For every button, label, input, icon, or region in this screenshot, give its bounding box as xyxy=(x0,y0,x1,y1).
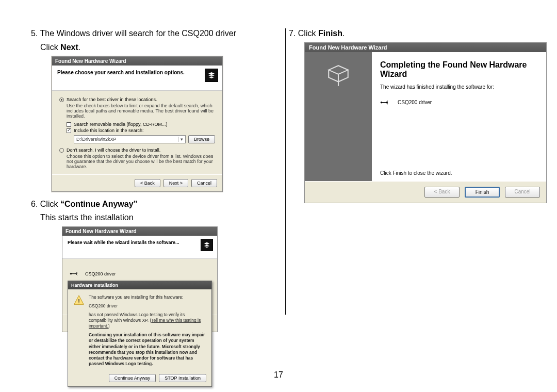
instr5-dot: . xyxy=(78,43,80,52)
radio-dont-search[interactable]: Don't search. I will choose the driver t… xyxy=(59,148,215,153)
radio-dot-icon xyxy=(59,97,64,102)
instr5-text-a: 5. The Windows driver will search for th… xyxy=(31,29,236,38)
finish-button[interactable]: Finish xyxy=(465,187,500,198)
screenshot-6: Found New Hardware Wizard Please wait wh… xyxy=(62,226,268,371)
wizard3-titlebar: Found New Hardware Wizard xyxy=(305,43,546,52)
radio-search-best[interactable]: Search for the best driver in these loca… xyxy=(59,97,215,102)
radio2-label: Don't search. I will choose the driver t… xyxy=(67,148,160,153)
instr7-dot: . xyxy=(342,29,345,38)
svg-point-0 xyxy=(70,273,71,274)
check-include-location[interactable]: Include this location in the search: xyxy=(67,128,215,133)
instr7-bold: Finish xyxy=(318,29,342,38)
instruction-7: 7. Click Finish. xyxy=(289,28,526,39)
svg-text:!: ! xyxy=(78,298,80,304)
popup-body: ! The software you are installing for th… xyxy=(68,289,211,371)
instr6-bold: “Continue Anyway” xyxy=(60,200,138,208)
checkbox-icon xyxy=(67,122,71,127)
popup-text: The software you are installing for this… xyxy=(89,295,206,367)
left-column: 5. The Windows driver will search for th… xyxy=(31,28,268,371)
svg-point-2 xyxy=(381,102,382,103)
screenshot-7: Found New Hardware Wizard Completing the… xyxy=(304,42,526,203)
instr5-click: Click xyxy=(40,43,60,52)
popup-l2b: ) xyxy=(108,323,110,329)
popup-dev: CSQ200 driver xyxy=(89,303,206,309)
wizard3-heading: Completing the Found New Hardware Wizard xyxy=(380,60,538,79)
wizard3-line: The wizard has finished installing the s… xyxy=(380,84,538,90)
wizard3-right: Completing the Found New Hardware Wizard… xyxy=(372,52,546,181)
wizard3-left-graphic xyxy=(305,52,372,181)
path-row: D:\Drivers\win2kXP ▾ Browse xyxy=(74,135,215,143)
popup-bold: Continuing your installation of this sof… xyxy=(89,332,206,366)
path-value: D:\Drivers\win2kXP xyxy=(76,137,117,142)
device-name: CSQ200 driver xyxy=(398,100,432,105)
usb-icon xyxy=(70,270,80,277)
wizard1-panel-title: Please choose your search and installati… xyxy=(57,70,217,75)
check2-label: Include this location in the search: xyxy=(74,128,144,133)
wizard-complete: Found New Hardware Wizard Completing the… xyxy=(304,42,547,203)
instr5-bold: Next xyxy=(60,43,78,52)
wizard2-titlebar: Found New Hardware Wizard xyxy=(62,227,217,236)
browse-button[interactable]: Browse xyxy=(188,135,215,143)
wizard1-body: Search for the best driver in these loca… xyxy=(52,91,222,174)
instruction-6b: This starts the installation xyxy=(40,213,268,223)
cancel-button[interactable]: Cancel xyxy=(191,179,217,187)
radio1-label: Search for the best driver in these loca… xyxy=(67,97,157,102)
right-column: 7. Click Finish. Found New Hardware Wiza… xyxy=(289,28,526,371)
wizard1-panel: Please choose your search and installati… xyxy=(52,66,222,91)
checkbox-icon xyxy=(67,128,71,133)
instruction-6a: 6. Click “Continue Anyway” xyxy=(31,199,268,210)
wizard3-main: Completing the Found New Hardware Wizard… xyxy=(305,52,546,181)
wizard2-panel: Please wait while the wizard installs th… xyxy=(62,236,217,259)
chevron-down-icon[interactable]: ▾ xyxy=(178,137,183,142)
device-icon xyxy=(205,69,218,82)
usb-icon xyxy=(380,99,390,106)
wizard1-titlebar: Found New Hardware Wizard xyxy=(52,57,222,66)
device-row: CSQ200 driver xyxy=(380,99,538,106)
device-row: CSQ200 driver xyxy=(70,270,210,277)
wizard3-closeline: Click Finish to close the wizard. xyxy=(380,162,538,176)
next-button[interactable]: Next > xyxy=(163,179,188,187)
radio1-desc: Use the check boxes below to limit or ex… xyxy=(67,103,215,119)
instruction-5a: 5. The Windows driver will search for th… xyxy=(31,28,268,39)
popup-l1: The software you are installing for this… xyxy=(89,295,183,300)
wizard2-panel-title: Please wait while the wizard installs th… xyxy=(68,240,212,245)
instruction-5b: Click Next. xyxy=(40,42,268,53)
path-input[interactable]: D:\Drivers\win2kXP ▾ xyxy=(74,135,186,143)
back-button[interactable]: < Back xyxy=(135,179,160,187)
radio-dot-icon xyxy=(59,148,64,153)
instr6-text-b: This starts the installation xyxy=(40,213,134,222)
instr6-click: 6. Click xyxy=(31,200,60,208)
screenshot-5: Found New Hardware Wizard Please choose … xyxy=(52,56,268,192)
instr7-click: 7. Click xyxy=(289,29,318,38)
check-removable-media[interactable]: Search removable media (floppy, CD-ROM..… xyxy=(67,122,215,127)
warning-icon: ! xyxy=(73,295,85,306)
back-button: < Back xyxy=(424,187,460,198)
page-number: 17 xyxy=(0,370,557,380)
device-name: CSQ200 driver xyxy=(85,271,116,276)
column-divider xyxy=(285,28,286,315)
wizard-installing: Found New Hardware Wizard Please wait wh… xyxy=(62,226,218,332)
hardware-icon xyxy=(324,61,352,89)
wizard1-footer: < Back Next > Cancel xyxy=(52,174,222,191)
check1-label: Search removable media (floppy, CD-ROM..… xyxy=(74,122,167,127)
cancel-button: Cancel xyxy=(505,187,540,198)
device-icon xyxy=(201,239,213,251)
radio2-desc: Choose this option to select the device … xyxy=(67,154,215,169)
wizard-search-options: Found New Hardware Wizard Please choose … xyxy=(52,56,223,192)
wizard3-footer: < Back Finish Cancel xyxy=(305,181,546,203)
popup-titlebar: Hardware Installation xyxy=(68,281,211,289)
